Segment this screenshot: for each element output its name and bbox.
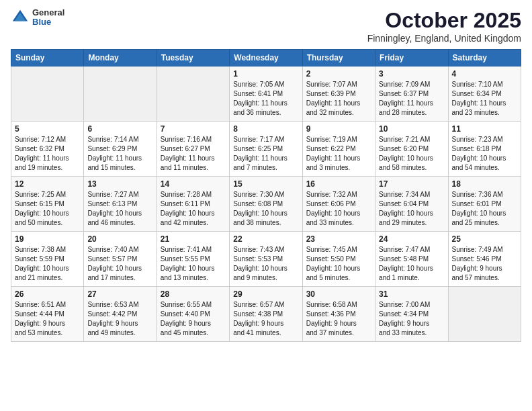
table-row: 20Sunrise: 7:40 AM Sunset: 5:57 PM Dayli…	[84, 232, 157, 287]
day-info: Sunrise: 7:12 AM Sunset: 6:32 PM Dayligh…	[15, 135, 80, 173]
table-row: 4Sunrise: 7:10 AM Sunset: 6:34 PM Daylig…	[448, 66, 521, 122]
day-number: 21	[161, 234, 226, 244]
calendar-week-row: 1Sunrise: 7:05 AM Sunset: 6:41 PM Daylig…	[11, 66, 521, 122]
table-row: 8Sunrise: 7:17 AM Sunset: 6:25 PM Daylig…	[230, 122, 302, 177]
day-info: Sunrise: 7:00 AM Sunset: 4:34 PM Dayligh…	[379, 300, 444, 338]
table-row: 12Sunrise: 7:25 AM Sunset: 6:15 PM Dayli…	[11, 177, 84, 232]
location: Finningley, England, United Kingdom	[367, 33, 521, 44]
day-info: Sunrise: 7:30 AM Sunset: 6:08 PM Dayligh…	[233, 190, 298, 228]
table-row	[11, 66, 84, 122]
day-number: 31	[379, 289, 444, 299]
day-info: Sunrise: 7:41 AM Sunset: 5:55 PM Dayligh…	[161, 245, 226, 283]
day-info: Sunrise: 6:57 AM Sunset: 4:38 PM Dayligh…	[233, 300, 298, 338]
calendar-week-row: 12Sunrise: 7:25 AM Sunset: 6:15 PM Dayli…	[11, 177, 521, 232]
logo-general: General	[32, 8, 64, 17]
day-info: Sunrise: 7:45 AM Sunset: 5:50 PM Dayligh…	[306, 245, 371, 283]
table-row: 22Sunrise: 7:43 AM Sunset: 5:53 PM Dayli…	[230, 232, 302, 287]
day-info: Sunrise: 7:14 AM Sunset: 6:29 PM Dayligh…	[87, 135, 152, 173]
logo-text: General Blue	[32, 8, 64, 28]
table-row: 5Sunrise: 7:12 AM Sunset: 6:32 PM Daylig…	[11, 122, 84, 177]
day-info: Sunrise: 6:53 AM Sunset: 4:42 PM Dayligh…	[87, 300, 152, 338]
table-row: 3Sunrise: 7:09 AM Sunset: 6:37 PM Daylig…	[375, 66, 448, 122]
day-info: Sunrise: 7:36 AM Sunset: 6:01 PM Dayligh…	[452, 190, 517, 228]
day-info: Sunrise: 7:10 AM Sunset: 6:34 PM Dayligh…	[452, 80, 517, 118]
table-row: 21Sunrise: 7:41 AM Sunset: 5:55 PM Dayli…	[157, 232, 229, 287]
day-number: 28	[161, 289, 226, 299]
day-number: 2	[306, 69, 371, 79]
day-number: 1	[233, 69, 298, 79]
day-info: Sunrise: 6:58 AM Sunset: 4:36 PM Dayligh…	[306, 300, 371, 338]
header: General Blue October 2025 Finningley, En…	[11, 8, 521, 44]
calendar-week-row: 19Sunrise: 7:38 AM Sunset: 5:59 PM Dayli…	[11, 232, 521, 287]
day-number: 7	[161, 124, 226, 134]
day-number: 16	[306, 179, 371, 189]
table-row	[157, 66, 229, 122]
table-row: 16Sunrise: 7:32 AM Sunset: 6:06 PM Dayli…	[302, 177, 375, 232]
day-number: 12	[15, 179, 80, 189]
day-number: 11	[452, 124, 517, 134]
col-friday: Friday	[375, 50, 448, 66]
day-number: 19	[15, 234, 80, 244]
logo-blue: Blue	[32, 17, 64, 27]
day-number: 27	[87, 289, 152, 299]
day-info: Sunrise: 7:19 AM Sunset: 6:22 PM Dayligh…	[306, 135, 371, 173]
table-row	[448, 287, 521, 342]
col-sunday: Sunday	[11, 50, 84, 66]
day-number: 25	[452, 234, 517, 244]
day-info: Sunrise: 7:09 AM Sunset: 6:37 PM Dayligh…	[379, 80, 444, 118]
day-info: Sunrise: 7:23 AM Sunset: 6:18 PM Dayligh…	[452, 135, 517, 173]
day-info: Sunrise: 7:07 AM Sunset: 6:39 PM Dayligh…	[306, 80, 371, 118]
table-row: 10Sunrise: 7:21 AM Sunset: 6:20 PM Dayli…	[375, 122, 448, 177]
day-info: Sunrise: 7:34 AM Sunset: 6:04 PM Dayligh…	[379, 190, 444, 228]
day-number: 26	[15, 289, 80, 299]
day-info: Sunrise: 7:05 AM Sunset: 6:41 PM Dayligh…	[233, 80, 298, 118]
table-row: 27Sunrise: 6:53 AM Sunset: 4:42 PM Dayli…	[84, 287, 157, 342]
day-info: Sunrise: 6:51 AM Sunset: 4:44 PM Dayligh…	[15, 300, 80, 338]
day-info: Sunrise: 7:21 AM Sunset: 6:20 PM Dayligh…	[379, 135, 444, 173]
table-row: 9Sunrise: 7:19 AM Sunset: 6:22 PM Daylig…	[302, 122, 375, 177]
col-tuesday: Tuesday	[157, 50, 229, 66]
day-number: 3	[379, 69, 444, 79]
day-number: 17	[379, 179, 444, 189]
day-number: 18	[452, 179, 517, 189]
table-row: 25Sunrise: 7:49 AM Sunset: 5:46 PM Dayli…	[448, 232, 521, 287]
day-number: 22	[233, 234, 298, 244]
day-number: 10	[379, 124, 444, 134]
calendar-header-row: Sunday Monday Tuesday Wednesday Thursday…	[11, 50, 521, 66]
logo: General Blue	[11, 8, 64, 28]
col-thursday: Thursday	[302, 50, 375, 66]
table-row: 2Sunrise: 7:07 AM Sunset: 6:39 PM Daylig…	[302, 66, 375, 122]
day-number: 13	[87, 179, 152, 189]
day-number: 24	[379, 234, 444, 244]
day-info: Sunrise: 7:32 AM Sunset: 6:06 PM Dayligh…	[306, 190, 371, 228]
day-number: 5	[15, 124, 80, 134]
day-info: Sunrise: 7:28 AM Sunset: 6:11 PM Dayligh…	[161, 190, 226, 228]
day-info: Sunrise: 7:43 AM Sunset: 5:53 PM Dayligh…	[233, 245, 298, 283]
table-row: 6Sunrise: 7:14 AM Sunset: 6:29 PM Daylig…	[84, 122, 157, 177]
logo-icon	[11, 8, 30, 27]
day-info: Sunrise: 7:25 AM Sunset: 6:15 PM Dayligh…	[15, 190, 80, 228]
day-number: 4	[452, 69, 517, 79]
day-number: 23	[306, 234, 371, 244]
table-row: 28Sunrise: 6:55 AM Sunset: 4:40 PM Dayli…	[157, 287, 229, 342]
table-row: 11Sunrise: 7:23 AM Sunset: 6:18 PM Dayli…	[448, 122, 521, 177]
day-info: Sunrise: 7:40 AM Sunset: 5:57 PM Dayligh…	[87, 245, 152, 283]
table-row: 18Sunrise: 7:36 AM Sunset: 6:01 PM Dayli…	[448, 177, 521, 232]
day-number: 29	[233, 289, 298, 299]
calendar-week-row: 5Sunrise: 7:12 AM Sunset: 6:32 PM Daylig…	[11, 122, 521, 177]
table-row: 17Sunrise: 7:34 AM Sunset: 6:04 PM Dayli…	[375, 177, 448, 232]
table-row: 15Sunrise: 7:30 AM Sunset: 6:08 PM Dayli…	[230, 177, 302, 232]
day-info: Sunrise: 7:47 AM Sunset: 5:48 PM Dayligh…	[379, 245, 444, 283]
day-number: 9	[306, 124, 371, 134]
table-row: 31Sunrise: 7:00 AM Sunset: 4:34 PM Dayli…	[375, 287, 448, 342]
table-row: 19Sunrise: 7:38 AM Sunset: 5:59 PM Dayli…	[11, 232, 84, 287]
table-row: 29Sunrise: 6:57 AM Sunset: 4:38 PM Dayli…	[230, 287, 302, 342]
day-number: 30	[306, 289, 371, 299]
day-info: Sunrise: 7:16 AM Sunset: 6:27 PM Dayligh…	[161, 135, 226, 173]
day-info: Sunrise: 7:27 AM Sunset: 6:13 PM Dayligh…	[87, 190, 152, 228]
day-info: Sunrise: 6:55 AM Sunset: 4:40 PM Dayligh…	[161, 300, 226, 338]
table-row: 13Sunrise: 7:27 AM Sunset: 6:13 PM Dayli…	[84, 177, 157, 232]
table-row: 1Sunrise: 7:05 AM Sunset: 6:41 PM Daylig…	[230, 66, 302, 122]
day-number: 6	[87, 124, 152, 134]
month-title: October 2025	[367, 8, 521, 33]
